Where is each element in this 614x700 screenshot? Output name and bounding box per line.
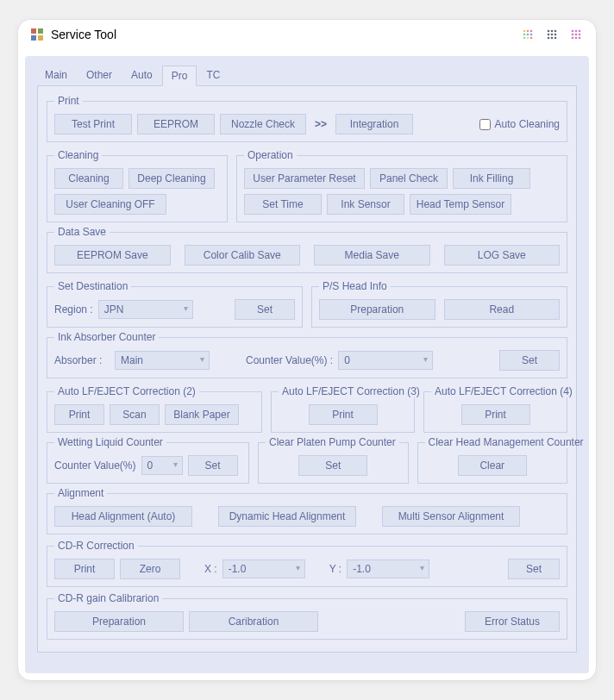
error-status-button[interactable]: Error Status bbox=[465, 611, 560, 632]
media-save-button[interactable]: Media Save bbox=[314, 245, 430, 266]
autolf3-group: Auto LF/EJECT Correction (3) Print bbox=[271, 385, 415, 433]
nozzle-check-button[interactable]: Nozzle Check bbox=[220, 114, 306, 134]
absorber-label: Absorber : bbox=[54, 354, 110, 366]
eeprom-button[interactable]: EEPROM bbox=[137, 114, 215, 134]
absorber-counter-select[interactable]: 0 bbox=[338, 351, 433, 370]
auto-cleaning-checkbox[interactable]: Auto Cleaning bbox=[479, 118, 560, 130]
eeprom-save-button[interactable]: EEPROM Save bbox=[54, 245, 171, 266]
autolf2-legend: Auto LF/EJECT Correction (2) bbox=[54, 385, 199, 397]
cdr-gain-caribration-button[interactable]: Caribration bbox=[189, 611, 318, 632]
user-cleaning-off-button[interactable]: User Cleaning OFF bbox=[54, 194, 166, 215]
set-destination-group: Set Destination Region : JPN Set bbox=[47, 280, 303, 328]
title-icon-2[interactable] bbox=[544, 27, 560, 42]
autolf2-group: Auto LF/EJECT Correction (2) Print Scan … bbox=[47, 385, 262, 433]
svg-point-28 bbox=[572, 37, 574, 40]
svg-point-30 bbox=[579, 37, 581, 40]
svg-point-29 bbox=[575, 37, 578, 40]
ink-absorber-group: Ink Absorber Counter Absorber : Main Cou… bbox=[47, 331, 567, 378]
svg-point-19 bbox=[548, 37, 550, 40]
svg-point-11 bbox=[527, 37, 529, 40]
svg-point-8 bbox=[527, 34, 529, 36]
autolf2-print-button[interactable]: Print bbox=[54, 404, 104, 425]
set-time-button[interactable]: Set Time bbox=[244, 194, 322, 215]
cdr-x-label: X : bbox=[204, 563, 217, 575]
cleaning-legend: Cleaning bbox=[54, 149, 102, 161]
head-alignment-auto-button[interactable]: Head Alignment (Auto) bbox=[54, 506, 192, 527]
cdr-gain-legend: CD-R gain Calibrarion bbox=[54, 592, 162, 604]
autolf3-print-button[interactable]: Print bbox=[309, 404, 378, 425]
head-mgmt-clear-button[interactable]: Clear bbox=[458, 455, 527, 476]
alignment-legend: Alignment bbox=[54, 487, 107, 499]
ps-head-info-group: P/S Head Info Preparation Read bbox=[311, 280, 567, 328]
absorber-counter-label: Counter Value(%) : bbox=[246, 354, 333, 366]
svg-point-25 bbox=[572, 34, 574, 36]
cdr-set-button[interactable]: Set bbox=[508, 559, 560, 579]
svg-rect-3 bbox=[38, 35, 43, 41]
multi-sensor-alignment-button[interactable]: Multi Sensor Alignment bbox=[382, 506, 520, 527]
region-label: Region : bbox=[54, 303, 93, 316]
ink-filling-button[interactable]: Ink Filling bbox=[453, 168, 530, 189]
head-temp-sensor-button[interactable]: Head Temp Sensor bbox=[410, 194, 511, 215]
app-icon bbox=[30, 28, 44, 41]
autolf2-blank-button[interactable]: Blank Paper bbox=[165, 404, 239, 425]
auto-cleaning-label: Auto Cleaning bbox=[495, 118, 560, 130]
svg-point-5 bbox=[527, 30, 529, 33]
cdr-zero-button[interactable]: Zero bbox=[120, 559, 180, 579]
wetting-counter-label: Counter Value(%) bbox=[54, 459, 136, 472]
cdr-gain-preparation-button[interactable]: Preparation bbox=[54, 611, 184, 632]
region-set-button[interactable]: Set bbox=[235, 299, 295, 320]
svg-point-18 bbox=[554, 34, 557, 36]
auto-cleaning-input[interactable] bbox=[479, 119, 491, 130]
test-print-button[interactable]: Test Print bbox=[54, 114, 132, 134]
tab-pro[interactable]: Pro bbox=[162, 66, 197, 86]
deep-cleaning-button[interactable]: Deep Cleaning bbox=[128, 168, 215, 189]
cdr-x-select[interactable]: -1.0 bbox=[222, 559, 305, 578]
absorber-set-button[interactable]: Set bbox=[499, 350, 560, 371]
content-area: Main Other Auto Pro TC Print Test Print … bbox=[25, 56, 589, 673]
svg-point-7 bbox=[523, 34, 526, 36]
log-save-button[interactable]: LOG Save bbox=[444, 245, 561, 266]
autolf4-print-button[interactable]: Print bbox=[461, 404, 530, 425]
cdr-y-select[interactable]: -1.0 bbox=[347, 559, 429, 578]
svg-rect-2 bbox=[31, 35, 36, 41]
tab-main[interactable]: Main bbox=[35, 65, 77, 85]
platen-legend: Clear Platen Pump Counter bbox=[266, 436, 399, 448]
ps-read-button[interactable]: Read bbox=[444, 299, 561, 320]
cdr-correction-legend: CD-R Correction bbox=[54, 540, 138, 552]
set-destination-legend: Set Destination bbox=[54, 280, 131, 292]
data-save-group: Data Save EEPROM Save Color Calib Save M… bbox=[47, 226, 567, 273]
cdr-print-button[interactable]: Print bbox=[54, 559, 115, 579]
cleaning-button[interactable]: Cleaning bbox=[54, 168, 123, 189]
print-more-icon[interactable]: >> bbox=[311, 118, 330, 130]
svg-rect-0 bbox=[31, 28, 36, 34]
color-calib-save-button[interactable]: Color Calib Save bbox=[185, 245, 301, 266]
absorber-select[interactable]: Main bbox=[115, 351, 210, 370]
ink-sensor-button[interactable]: Ink Sensor bbox=[327, 194, 404, 215]
tab-tc[interactable]: TC bbox=[197, 65, 229, 85]
tab-auto[interactable]: Auto bbox=[122, 65, 162, 85]
cdr-y-label: Y : bbox=[329, 563, 341, 575]
wetting-legend: Wetting Liquid Counter bbox=[54, 436, 166, 448]
svg-point-17 bbox=[551, 34, 554, 36]
cleaning-group: Cleaning Cleaning Deep Cleaning User Cle… bbox=[47, 149, 228, 222]
title-icon-3[interactable] bbox=[568, 27, 584, 42]
wetting-counter-select[interactable]: 0 bbox=[141, 456, 183, 475]
svg-point-15 bbox=[554, 30, 557, 33]
dynamic-head-alignment-button[interactable]: Dynamic Head Alignment bbox=[218, 506, 356, 527]
title-icon-1[interactable] bbox=[520, 27, 536, 42]
region-select[interactable]: JPN bbox=[98, 300, 193, 319]
user-param-reset-button[interactable]: User Parameter Reset bbox=[244, 168, 365, 189]
autolf3-legend: Auto LF/EJECT Correction (3) bbox=[279, 385, 423, 397]
wetting-set-button[interactable]: Set bbox=[188, 455, 238, 476]
ps-preparation-button[interactable]: Preparation bbox=[319, 299, 435, 320]
svg-point-22 bbox=[572, 30, 574, 33]
svg-rect-1 bbox=[38, 28, 43, 34]
integration-button[interactable]: Integration bbox=[335, 114, 413, 134]
autolf4-group: Auto LF/EJECT Correction (4) Print bbox=[423, 385, 567, 433]
panel-check-button[interactable]: Panel Check bbox=[370, 168, 448, 189]
autolf2-scan-button[interactable]: Scan bbox=[110, 404, 160, 425]
cdr-correction-group: CD-R Correction Print Zero X : -1.0 Y : … bbox=[47, 540, 567, 587]
tab-other[interactable]: Other bbox=[77, 65, 122, 85]
operation-legend: Operation bbox=[244, 149, 297, 161]
platen-set-button[interactable]: Set bbox=[298, 455, 367, 476]
